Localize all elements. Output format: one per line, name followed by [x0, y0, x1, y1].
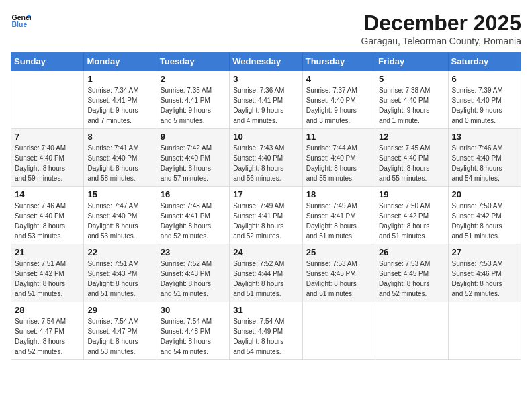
- day-number: 1: [87, 74, 152, 84]
- logo: General Blue: [11, 11, 31, 31]
- day-number: 31: [233, 305, 298, 315]
- calendar-cell: 22Sunrise: 7:51 AM Sunset: 4:43 PM Dayli…: [84, 244, 157, 302]
- day-number: 21: [15, 247, 80, 257]
- day-info: Sunrise: 7:51 AM Sunset: 4:42 PM Dayligh…: [15, 259, 80, 299]
- day-number: 6: [452, 74, 517, 84]
- calendar-cell: 18Sunrise: 7:49 AM Sunset: 4:41 PM Dayli…: [302, 187, 375, 244]
- calendar-cell: 1Sunrise: 7:34 AM Sunset: 4:41 PM Daylig…: [84, 71, 157, 129]
- page-header: General Blue December 2025 Garagau, Tele…: [11, 11, 521, 46]
- calendar-cell: 26Sunrise: 7:53 AM Sunset: 4:45 PM Dayli…: [375, 244, 448, 302]
- day-number: 19: [379, 189, 444, 199]
- calendar-cell: 11Sunrise: 7:44 AM Sunset: 4:40 PM Dayli…: [302, 129, 375, 187]
- day-info: Sunrise: 7:51 AM Sunset: 4:43 PM Dayligh…: [87, 259, 152, 299]
- calendar-cell: 3Sunrise: 7:36 AM Sunset: 4:41 PM Daylig…: [230, 71, 302, 129]
- day-info: Sunrise: 7:48 AM Sunset: 4:41 PM Dayligh…: [161, 201, 226, 241]
- day-info: Sunrise: 7:53 AM Sunset: 4:45 PM Dayligh…: [306, 259, 371, 299]
- day-info: Sunrise: 7:54 AM Sunset: 4:47 PM Dayligh…: [15, 316, 80, 357]
- weekday-header: Saturday: [448, 52, 521, 71]
- day-number: 26: [379, 247, 444, 257]
- day-info: Sunrise: 7:38 AM Sunset: 4:40 PM Dayligh…: [379, 85, 444, 126]
- day-number: 10: [233, 132, 298, 142]
- subtitle: Garagau, Teleorman County, Romania: [361, 36, 521, 46]
- calendar-cell: 23Sunrise: 7:52 AM Sunset: 4:43 PM Dayli…: [157, 244, 229, 302]
- day-info: Sunrise: 7:53 AM Sunset: 4:46 PM Dayligh…: [452, 259, 517, 299]
- day-info: Sunrise: 7:50 AM Sunset: 4:42 PM Dayligh…: [452, 201, 517, 241]
- day-info: Sunrise: 7:52 AM Sunset: 4:43 PM Dayligh…: [161, 259, 226, 299]
- weekday-header: Friday: [375, 52, 448, 71]
- calendar-cell: 27Sunrise: 7:53 AM Sunset: 4:46 PM Dayli…: [448, 244, 521, 302]
- day-number: 3: [233, 74, 298, 84]
- calendar-week-row: 14Sunrise: 7:46 AM Sunset: 4:40 PM Dayli…: [11, 187, 521, 244]
- day-info: Sunrise: 7:40 AM Sunset: 4:40 PM Dayligh…: [15, 143, 80, 183]
- calendar-cell: [302, 302, 375, 360]
- calendar-cell: 4Sunrise: 7:37 AM Sunset: 4:40 PM Daylig…: [302, 71, 375, 129]
- title-area: December 2025 Garagau, Teleorman County,…: [361, 11, 521, 46]
- calendar-header-row: SundayMondayTuesdayWednesdayThursdayFrid…: [11, 52, 521, 71]
- day-info: Sunrise: 7:35 AM Sunset: 4:41 PM Dayligh…: [161, 85, 226, 126]
- weekday-header: Wednesday: [230, 52, 302, 71]
- day-info: Sunrise: 7:34 AM Sunset: 4:41 PM Dayligh…: [87, 85, 152, 126]
- day-info: Sunrise: 7:36 AM Sunset: 4:41 PM Dayligh…: [233, 85, 298, 126]
- calendar-cell: 16Sunrise: 7:48 AM Sunset: 4:41 PM Dayli…: [157, 187, 229, 244]
- day-info: Sunrise: 7:52 AM Sunset: 4:44 PM Dayligh…: [233, 259, 298, 299]
- calendar-cell: 15Sunrise: 7:47 AM Sunset: 4:40 PM Dayli…: [84, 187, 157, 244]
- day-info: Sunrise: 7:39 AM Sunset: 4:40 PM Dayligh…: [452, 85, 517, 126]
- day-info: Sunrise: 7:49 AM Sunset: 4:41 PM Dayligh…: [233, 201, 298, 241]
- day-number: 14: [15, 189, 80, 199]
- calendar-cell: 7Sunrise: 7:40 AM Sunset: 4:40 PM Daylig…: [11, 129, 84, 187]
- day-number: 18: [306, 189, 371, 199]
- day-number: 16: [161, 189, 226, 199]
- day-info: Sunrise: 7:54 AM Sunset: 4:49 PM Dayligh…: [233, 316, 298, 357]
- calendar-week-row: 7Sunrise: 7:40 AM Sunset: 4:40 PM Daylig…: [11, 129, 521, 187]
- day-info: Sunrise: 7:54 AM Sunset: 4:48 PM Dayligh…: [161, 316, 226, 357]
- day-info: Sunrise: 7:41 AM Sunset: 4:40 PM Dayligh…: [87, 143, 152, 183]
- day-info: Sunrise: 7:44 AM Sunset: 4:40 PM Dayligh…: [306, 143, 371, 183]
- calendar-cell: 10Sunrise: 7:43 AM Sunset: 4:40 PM Dayli…: [230, 129, 302, 187]
- calendar-cell: 28Sunrise: 7:54 AM Sunset: 4:47 PM Dayli…: [11, 302, 84, 360]
- day-info: Sunrise: 7:43 AM Sunset: 4:40 PM Dayligh…: [233, 143, 298, 183]
- day-info: Sunrise: 7:46 AM Sunset: 4:40 PM Dayligh…: [15, 201, 80, 241]
- weekday-header: Sunday: [11, 52, 84, 71]
- day-number: 2: [161, 74, 226, 84]
- calendar-cell: 17Sunrise: 7:49 AM Sunset: 4:41 PM Dayli…: [230, 187, 302, 244]
- day-number: 12: [379, 132, 444, 142]
- day-number: 28: [15, 305, 80, 315]
- calendar-cell: 30Sunrise: 7:54 AM Sunset: 4:48 PM Dayli…: [157, 302, 229, 360]
- day-info: Sunrise: 7:42 AM Sunset: 4:40 PM Dayligh…: [161, 143, 226, 183]
- calendar-cell: 8Sunrise: 7:41 AM Sunset: 4:40 PM Daylig…: [84, 129, 157, 187]
- calendar-cell: 21Sunrise: 7:51 AM Sunset: 4:42 PM Dayli…: [11, 244, 84, 302]
- day-number: 5: [379, 74, 444, 84]
- day-number: 27: [452, 247, 517, 257]
- day-info: Sunrise: 7:37 AM Sunset: 4:40 PM Dayligh…: [306, 85, 371, 126]
- day-number: 29: [87, 305, 152, 315]
- calendar-cell: 6Sunrise: 7:39 AM Sunset: 4:40 PM Daylig…: [448, 71, 521, 129]
- month-title: December 2025: [361, 11, 521, 36]
- svg-text:Blue: Blue: [12, 20, 28, 28]
- calendar-cell: 20Sunrise: 7:50 AM Sunset: 4:42 PM Dayli…: [448, 187, 521, 244]
- calendar-cell: 31Sunrise: 7:54 AM Sunset: 4:49 PM Dayli…: [230, 302, 302, 360]
- calendar-cell: [375, 302, 448, 360]
- calendar-cell: 24Sunrise: 7:52 AM Sunset: 4:44 PM Dayli…: [230, 244, 302, 302]
- calendar-cell: 14Sunrise: 7:46 AM Sunset: 4:40 PM Dayli…: [11, 187, 84, 244]
- day-number: 25: [306, 247, 371, 257]
- day-number: 13: [452, 132, 517, 142]
- day-number: 9: [161, 132, 226, 142]
- calendar-cell: 2Sunrise: 7:35 AM Sunset: 4:41 PM Daylig…: [157, 71, 229, 129]
- day-info: Sunrise: 7:50 AM Sunset: 4:42 PM Dayligh…: [379, 201, 444, 241]
- calendar-cell: 12Sunrise: 7:45 AM Sunset: 4:40 PM Dayli…: [375, 129, 448, 187]
- day-info: Sunrise: 7:47 AM Sunset: 4:40 PM Dayligh…: [87, 201, 152, 241]
- calendar-table: SundayMondayTuesdayWednesdayThursdayFrid…: [11, 52, 521, 360]
- day-number: 30: [161, 305, 226, 315]
- day-number: 8: [87, 132, 152, 142]
- logo-icon: General Blue: [11, 11, 31, 31]
- day-info: Sunrise: 7:46 AM Sunset: 4:40 PM Dayligh…: [452, 143, 517, 183]
- day-number: 17: [233, 189, 298, 199]
- day-number: 11: [306, 132, 371, 142]
- calendar-week-row: 1Sunrise: 7:34 AM Sunset: 4:41 PM Daylig…: [11, 71, 521, 129]
- weekday-header: Thursday: [302, 52, 375, 71]
- calendar-cell: 19Sunrise: 7:50 AM Sunset: 4:42 PM Dayli…: [375, 187, 448, 244]
- day-info: Sunrise: 7:49 AM Sunset: 4:41 PM Dayligh…: [306, 201, 371, 241]
- day-info: Sunrise: 7:45 AM Sunset: 4:40 PM Dayligh…: [379, 143, 444, 183]
- day-number: 22: [87, 247, 152, 257]
- day-number: 15: [87, 189, 152, 199]
